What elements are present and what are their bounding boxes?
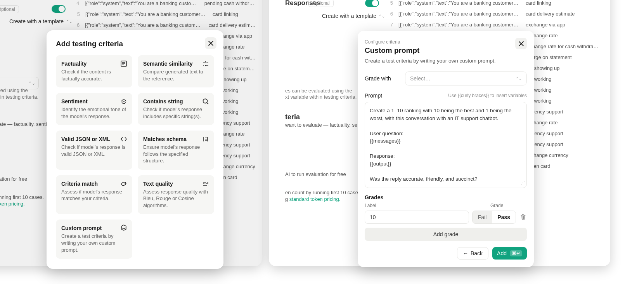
card-description: Check if the content is factually accura… <box>61 68 127 82</box>
toggle-switch[interactable] <box>365 0 379 7</box>
criteria-card[interactable]: Valid JSON or XMLCheck if model's respon… <box>56 131 132 170</box>
cube-icon <box>120 224 128 232</box>
criteria-card[interactable]: Contains stringCheck if model's response… <box>138 93 214 125</box>
chevron-updown-icon: ⌃⌄ <box>516 77 522 81</box>
criteria-cards-grid: FactualityCheck if the content is factua… <box>56 55 214 259</box>
output-cell: card linking <box>526 0 551 6</box>
table-row: 6[{"role":"system","text":"You are a ban… <box>383 8 600 19</box>
card-description: Assess response quality with Bleu, Rouge… <box>143 188 209 209</box>
add-grade-button[interactable]: Add grade <box>365 228 527 241</box>
prompt-hint: Use {{curly braces}} to insert variables <box>448 93 527 98</box>
code-icon <box>120 135 128 143</box>
card-title: Sentiment <box>61 98 127 105</box>
close-icon <box>519 41 524 46</box>
prompt-label: Prompt <box>365 92 382 99</box>
card-title: Criteria match <box>61 181 127 187</box>
bg-text-fragment: AI to run evaluation for free <box>285 171 346 177</box>
table-row: 7[{"role":"system","text":"You are a ban… <box>383 19 600 30</box>
criteria-card[interactable]: Custom promptCreate a test criteria by w… <box>56 220 132 259</box>
grade-with-select[interactable]: Select… ⌃⌄ <box>405 71 527 85</box>
add-label: Add <box>497 250 507 256</box>
card-description: Compare generated text to the reference. <box>143 68 209 82</box>
message-cell: [{"role":"system","text":"You are a bank… <box>398 11 519 17</box>
grade-label-input[interactable]: 10 <box>365 211 469 224</box>
criteria-card[interactable]: Criteria matchAssess if model's response… <box>56 175 132 214</box>
prompt-textarea[interactable]: Create a 1–10 ranking with 10 being the … <box>365 102 527 188</box>
compare-arrows-icon <box>202 60 209 68</box>
card-title: Semantic similarity <box>143 61 209 67</box>
bg-text-fragment: es can be evaluated using the <box>285 88 352 94</box>
card-title: Factuality <box>61 61 127 67</box>
dialog-title: Custom prompt <box>365 46 527 55</box>
close-button[interactable] <box>515 38 527 49</box>
search-icon <box>202 98 209 105</box>
back-button[interactable]: ← Back <box>457 247 488 260</box>
card-title: Contains string <box>143 98 209 105</box>
create-template-label: Create with a template <box>322 13 376 19</box>
add-button[interactable]: Add ⌘↵ <box>492 247 527 260</box>
delete-grade-button[interactable] <box>519 213 527 221</box>
shortcut-badge: ⌘↵ <box>510 250 522 256</box>
back-label: Back <box>471 250 483 256</box>
card-title: Valid JSON or XML <box>61 136 127 142</box>
card-description: Check if model's response is valid JSON … <box>61 144 127 157</box>
line-number: 6 <box>383 11 393 17</box>
criteria-card[interactable]: SentimentIdentify the emotional tone of … <box>56 93 132 125</box>
orbit-icon <box>120 180 128 188</box>
dialog-subtitle: Create a test criteria by writing your o… <box>365 58 527 64</box>
card-description: Create a test criteria by writing your o… <box>61 233 127 253</box>
criteria-card[interactable]: Semantic similarityCompare generated tex… <box>138 55 214 87</box>
breadcrumb: Configure criteria <box>365 39 527 45</box>
close-button[interactable] <box>205 37 216 49</box>
col-grade: Grade <box>490 203 527 208</box>
arrow-left-icon: ← <box>463 250 468 256</box>
pass-option[interactable]: Pass <box>492 211 516 223</box>
card-title: Text quality <box>143 181 209 187</box>
table-row: 5[{"role":"system","text":"You are a ban… <box>383 0 600 8</box>
line-number: 7 <box>383 22 393 28</box>
col-label: Label <box>365 203 490 208</box>
card-description: Identify the emotional tone of the model… <box>61 106 127 120</box>
file-text-icon <box>120 60 128 68</box>
optional-badge: Optional <box>308 0 334 7</box>
card-title: Custom prompt <box>61 225 127 231</box>
output-cell: exchange via app <box>526 22 565 28</box>
line-number: 5 <box>383 0 393 6</box>
card-description: Assess if model's response matches your … <box>61 188 127 202</box>
card-description: Check if model's response includes speci… <box>143 106 209 120</box>
criteria-card[interactable]: FactualityCheck if the content is factua… <box>56 55 132 87</box>
sliders-icon <box>202 180 209 188</box>
output-cell: exchange rate for cash withdrawal <box>525 44 600 49</box>
schema-icon <box>202 135 209 143</box>
svg-point-3 <box>125 183 126 183</box>
grades-heading: Grades <box>365 194 527 200</box>
card-description: Ensure model's response follows the spec… <box>143 144 209 164</box>
fail-option[interactable]: Fail <box>473 211 492 223</box>
add-criteria-dialog: Add testing criteria FactualityCheck if … <box>47 30 223 269</box>
bg-text-fragment: xt variable within testing criteria. <box>285 94 357 100</box>
pass-fail-segment[interactable]: Fail Pass <box>472 211 516 224</box>
waves-icon <box>120 98 128 105</box>
bg-text-fragment: en count by running first 10 cases. <box>285 190 362 195</box>
grade-with-label: Grade with <box>365 75 405 82</box>
svg-point-1 <box>203 99 208 103</box>
output-cell: card delivery estimate <box>526 11 575 17</box>
card-title: Matches schema <box>143 136 209 142</box>
svg-point-2 <box>121 181 126 186</box>
bg-heading: teria <box>285 113 300 121</box>
dialog-title: Add testing criteria <box>56 40 214 48</box>
criteria-card[interactable]: Text qualityAssess response quality with… <box>138 175 214 214</box>
close-icon <box>208 41 213 46</box>
message-cell: [{"role":"system","text":"You are a bank… <box>398 22 519 28</box>
message-cell: [{"role":"system","text":"You are a bank… <box>398 0 519 6</box>
resize-handle-icon: ⋰ <box>521 180 525 186</box>
custom-prompt-dialog: Configure criteria Custom prompt Create … <box>358 31 534 267</box>
trash-icon <box>520 214 526 220</box>
bg-text-fragment: g standard token pricing. <box>285 196 340 202</box>
select-placeholder: Select… <box>410 75 431 82</box>
create-template-button[interactable]: Create with a template⌃⌄ <box>318 10 389 21</box>
criteria-card[interactable]: Matches schemaEnsure model's response fo… <box>138 131 214 170</box>
